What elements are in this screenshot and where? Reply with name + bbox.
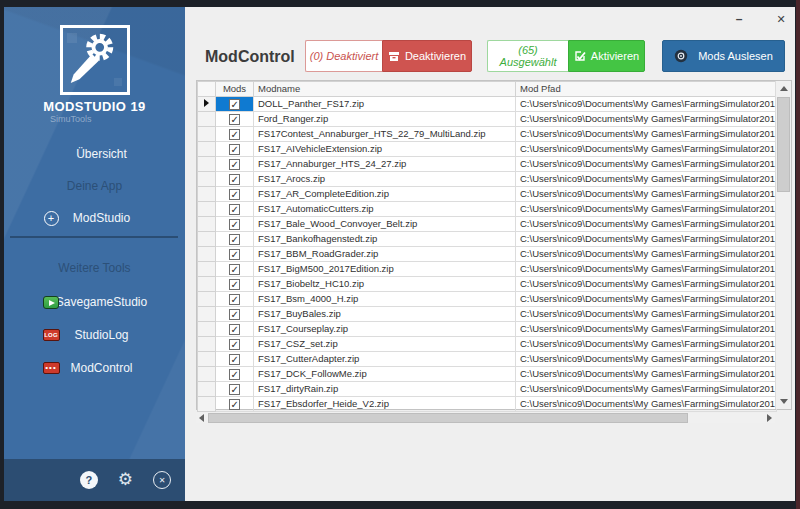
row-selector-cell[interactable]: [198, 307, 216, 322]
scroll-down-arrow-icon[interactable]: [780, 399, 788, 404]
vertical-scrollbar-thumb[interactable]: [777, 97, 790, 192]
row-selector-cell[interactable]: [198, 352, 216, 367]
horizontal-scrollbar-thumb[interactable]: [208, 413, 688, 423]
table-row[interactable]: FS17_Arocs.zip C:\Users\nico9\Documents\…: [198, 172, 777, 187]
mod-checkbox[interactable]: [229, 129, 240, 140]
table-row[interactable]: FS17_Bankofhagenstedt.zip C:\Users\nico9…: [198, 232, 777, 247]
row-selector-cell[interactable]: [198, 157, 216, 172]
table-row[interactable]: FS17_Bale_Wood_Convoyer_Belt.zip C:\User…: [198, 217, 777, 232]
horizontal-scrollbar[interactable]: [196, 413, 775, 423]
table-row[interactable]: FS17_CutterAdapter.zip C:\Users\nico9\Do…: [198, 352, 777, 367]
table-row[interactable]: DOLL_Panther_FS17.zip C:\Users\nico9\Doc…: [198, 97, 777, 112]
mod-checkbox[interactable]: [229, 339, 240, 350]
row-selector-cell[interactable]: [198, 97, 216, 112]
deactivate-button[interactable]: Deaktivieren: [382, 40, 472, 72]
table-row[interactable]: FS17_Courseplay.zip C:\Users\nico9\Docum…: [198, 322, 777, 337]
table-row[interactable]: FS17_BigM500_2017Edition.zip C:\Users\ni…: [198, 262, 777, 277]
close-button[interactable]: ✕: [773, 11, 789, 27]
row-selector-cell[interactable]: [198, 292, 216, 307]
mod-checkbox[interactable]: [229, 114, 240, 125]
mod-checkbox[interactable]: [229, 204, 240, 215]
modname-cell: FS17_Bale_Wood_Convoyer_Belt.zip: [254, 217, 516, 232]
mod-checked-cell: [216, 112, 254, 127]
table-row[interactable]: FS17_dirtyRain.zip C:\Users\nico9\Docume…: [198, 382, 777, 397]
sidebar-item-modstudio[interactable]: + ModStudio: [4, 203, 185, 233]
mod-checkbox[interactable]: [229, 324, 240, 335]
column-header-modname[interactable]: Modname: [254, 82, 516, 97]
modname-cell: FS17_Biobeltz_HC10.zip: [254, 277, 516, 292]
mod-checkbox[interactable]: [229, 309, 240, 320]
column-header-mods[interactable]: Mods: [216, 82, 254, 97]
read-mods-button[interactable]: Mods Auslesen: [662, 40, 785, 72]
column-header-modpfad[interactable]: Mod Pfad: [516, 82, 777, 97]
table-row[interactable]: FS17_CSZ_set.zip C:\Users\nico9\Document…: [198, 337, 777, 352]
modname-cell: FS17_Courseplay.zip: [254, 322, 516, 337]
table-row[interactable]: FS17_Bsm_4000_H.zip C:\Users\nico9\Docum…: [198, 292, 777, 307]
row-selector-cell[interactable]: [198, 112, 216, 127]
settings-gear-icon[interactable]: ⚙: [118, 471, 133, 489]
mod-checkbox[interactable]: [229, 384, 240, 395]
activate-button[interactable]: Aktivieren: [568, 40, 645, 72]
mod-checkbox[interactable]: [229, 279, 240, 290]
table-row[interactable]: FS17Contest_Annaburger_HTS_22_79_MultiLa…: [198, 127, 777, 142]
table-row[interactable]: FS17_AutomaticCutters.zip C:\Users\nico9…: [198, 202, 777, 217]
table-row[interactable]: FS17_DCK_FollowMe.zip C:\Users\nico9\Doc…: [198, 367, 777, 382]
table-row[interactable]: Ford_Ranger.zip C:\Users\nico9\Documents…: [198, 112, 777, 127]
mod-checked-cell: [216, 142, 254, 157]
modname-cell: FS17_dirtyRain.zip: [254, 382, 516, 397]
mod-checkbox[interactable]: [229, 264, 240, 275]
row-selector-cell[interactable]: [198, 397, 216, 412]
vertical-scrollbar[interactable]: [775, 81, 791, 409]
row-selector-cell[interactable]: [198, 337, 216, 352]
minimize-button[interactable]: –: [731, 11, 747, 27]
mod-checkbox[interactable]: [229, 174, 240, 185]
mod-checked-cell: [216, 382, 254, 397]
sidebar-item-modcontrol[interactable]: ••• ModControl: [4, 353, 185, 383]
mod-checkbox[interactable]: [229, 189, 240, 200]
mod-checkbox[interactable]: [229, 234, 240, 245]
sidebar-item-savegamestudio[interactable]: SavegameStudio: [4, 287, 185, 317]
row-selector-cell[interactable]: [198, 217, 216, 232]
scroll-left-arrow-icon[interactable]: [199, 414, 204, 422]
row-selector-cell[interactable]: [198, 262, 216, 277]
row-selector-cell[interactable]: [198, 382, 216, 397]
mod-checked-cell: [216, 187, 254, 202]
mod-checkbox[interactable]: [229, 249, 240, 260]
modpath-cell: C:\Users\nico9\Documents\My Games\Farmin…: [516, 142, 777, 157]
mod-checkbox[interactable]: [229, 354, 240, 365]
table-row[interactable]: FS17_Biobeltz_HC10.zip C:\Users\nico9\Do…: [198, 277, 777, 292]
mod-checkbox[interactable]: [229, 219, 240, 230]
table-row[interactable]: FS17_Annaburger_HTS_24_27.zip C:\Users\n…: [198, 157, 777, 172]
row-selector-cell[interactable]: [198, 187, 216, 202]
sidebar-item-uebersicht[interactable]: Übersicht: [4, 139, 185, 169]
mod-checkbox[interactable]: [229, 399, 240, 410]
exit-circle-icon[interactable]: ✕: [153, 471, 171, 489]
row-selector-cell[interactable]: [198, 127, 216, 142]
row-selector-cell[interactable]: [198, 322, 216, 337]
table-row[interactable]: FS17_BuyBales.zip C:\Users\nico9\Documen…: [198, 307, 777, 322]
mod-checkbox[interactable]: [229, 144, 240, 155]
row-selector-cell[interactable]: [198, 232, 216, 247]
row-selector-cell[interactable]: [198, 142, 216, 157]
row-selector-cell[interactable]: [198, 247, 216, 262]
mod-checkbox[interactable]: [229, 294, 240, 305]
row-selector-cell[interactable]: [198, 172, 216, 187]
row-selector-cell[interactable]: [198, 202, 216, 217]
mod-checkbox[interactable]: [229, 159, 240, 170]
deactivate-button-label: Deaktivieren: [405, 50, 466, 62]
modname-cell: FS17_BBM_RoadGrader.zip: [254, 247, 516, 262]
help-icon[interactable]: ?: [80, 471, 98, 489]
row-selector-cell[interactable]: [198, 367, 216, 382]
table-row[interactable]: FS17_Ebsdorfer_Heide_V2.zip C:\Users\nic…: [198, 397, 777, 412]
modpath-cell: C:\Users\nico9\Documents\My Games\Farmin…: [516, 217, 777, 232]
table-row[interactable]: FS17_BBM_RoadGrader.zip C:\Users\nico9\D…: [198, 247, 777, 262]
mod-checkbox[interactable]: [229, 99, 240, 110]
mod-checkbox[interactable]: [229, 369, 240, 380]
scroll-right-arrow-icon[interactable]: [767, 414, 772, 422]
sidebar-item-studiolog[interactable]: LOG StudioLog: [4, 320, 185, 350]
table-row[interactable]: FS17_AR_CompleteEdition.zip C:\Users\nic…: [198, 187, 777, 202]
row-selector-cell[interactable]: [198, 277, 216, 292]
scroll-up-arrow-icon[interactable]: [780, 86, 788, 91]
modpath-cell: C:\Users\nico9\Documents\My Games\Farmin…: [516, 232, 777, 247]
table-row[interactable]: FS17_AIVehicleExtension.zip C:\Users\nic…: [198, 142, 777, 157]
